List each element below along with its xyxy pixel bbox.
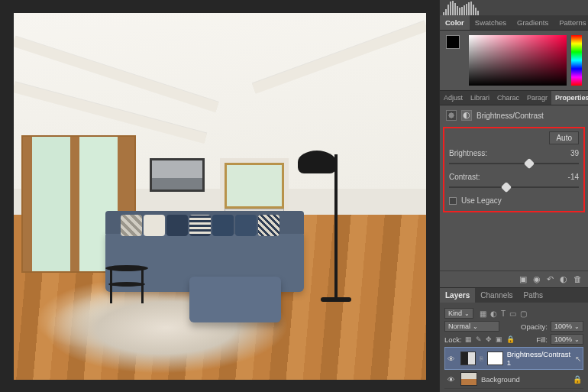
lock-icon: 🔒 (573, 375, 582, 384)
tab-paths[interactable]: Paths (519, 288, 549, 303)
brightness-contrast-controls: Auto Brightness: 39 Contrast: -14 Use Le… (443, 127, 585, 212)
filter-type-icon[interactable]: T (501, 309, 506, 318)
canvas-area[interactable] (0, 0, 439, 392)
color-tabs: Color Swatches Gradients Patterns (440, 15, 588, 31)
filter-adjustment-icon[interactable]: ◐ (490, 309, 497, 318)
color-field[interactable] (469, 35, 567, 86)
layer-item-background[interactable]: 👁 Background 🔒 (444, 370, 583, 389)
filter-pixel-icon[interactable]: ▦ (480, 309, 486, 318)
link-mask-icon[interactable]: ⎘ (480, 355, 483, 362)
mask-thumb-icon[interactable] (487, 352, 502, 365)
auto-button[interactable]: Auto (549, 131, 579, 144)
layer-name[interactable]: Brightness/Contrast 1 (507, 350, 571, 367)
tab-patterns[interactable]: Patterns (554, 15, 588, 30)
tab-character[interactable]: Charac (493, 91, 523, 105)
reset-icon[interactable]: ↶ (547, 274, 554, 284)
adjustment-thumb-icon (460, 352, 476, 365)
blend-mode-select[interactable]: Normal (444, 321, 499, 332)
hue-slider[interactable] (571, 35, 582, 86)
brightness-label: Brightness: (449, 149, 487, 157)
brightness-slider[interactable] (449, 159, 579, 168)
tab-gradients[interactable]: Gradients (512, 15, 554, 30)
adjustment-name: Brightness/Contrast (477, 112, 544, 120)
lock-pixels-icon[interactable]: ✎ (476, 335, 482, 343)
tab-libraries[interactable]: Librari (467, 91, 493, 105)
cursor-icon: ↖ (575, 355, 581, 363)
tab-paragraph[interactable]: Paragr (523, 91, 551, 105)
right-panel: Color Swatches Gradients Patterns Adjust… (439, 0, 588, 392)
clip-icon[interactable]: ▣ (519, 274, 527, 284)
properties-tabs: Adjust Librari Charac Paragr Properties (440, 90, 588, 105)
contrast-slider[interactable] (449, 183, 579, 192)
visibility-icon[interactable]: ◐ (560, 274, 567, 284)
document-photo[interactable] (14, 13, 426, 380)
layers-panel-body: Kind ▦ ◐ T ▭ ▢ Normal Opacity: 100% Lock… (440, 303, 588, 392)
filter-smart-icon[interactable]: ▢ (520, 309, 527, 318)
fill-label: Fill: (536, 335, 548, 344)
layer-filter-kind[interactable]: Kind (444, 308, 473, 319)
layer-thumb-icon (460, 372, 477, 386)
color-picker-section (440, 31, 588, 90)
lock-label: Lock: (444, 335, 462, 344)
layers-tabs: Layers Channels Paths (440, 287, 588, 303)
use-legacy-checkbox[interactable] (449, 197, 457, 205)
opacity-value[interactable]: 100% (551, 321, 583, 332)
contrast-value[interactable]: -14 (568, 173, 579, 181)
tab-adjustments[interactable]: Adjust (440, 91, 467, 105)
view-previous-icon[interactable]: ◉ (533, 274, 541, 284)
tab-swatches[interactable]: Swatches (470, 15, 512, 30)
brightness-contrast-icon (446, 110, 457, 121)
filter-shape-icon[interactable]: ▭ (509, 309, 516, 318)
delete-adjustment-icon[interactable]: 🗑 (573, 274, 582, 284)
layer-name[interactable]: Background (481, 375, 520, 384)
tab-properties[interactable]: Properties (551, 91, 588, 105)
contrast-label: Contrast: (449, 173, 480, 181)
foreground-swatch[interactable] (446, 35, 460, 49)
lock-transparency-icon[interactable]: ▦ (465, 335, 472, 343)
lock-all-icon[interactable]: 🔒 (506, 335, 515, 343)
tab-channels[interactable]: Channels (475, 288, 518, 303)
tab-color[interactable]: Color (440, 15, 470, 30)
use-legacy-label: Use Legacy (461, 196, 502, 205)
lock-artboard-icon[interactable]: ▣ (496, 335, 502, 343)
properties-header: Brightness/Contrast (440, 105, 588, 125)
adjustment-mask-icon (461, 110, 472, 121)
opacity-label: Opacity: (521, 322, 548, 331)
layer-item-adjustment[interactable]: 👁 ⎘ Brightness/Contrast 1 ↖ (444, 347, 583, 370)
histogram (440, 0, 588, 15)
lock-position-icon[interactable]: ✥ (486, 335, 492, 343)
visibility-toggle-icon[interactable]: 👁 (446, 375, 457, 384)
visibility-toggle-icon[interactable]: 👁 (447, 355, 457, 363)
fill-value[interactable]: 100% (551, 334, 583, 345)
brightness-value[interactable]: 39 (570, 149, 579, 157)
properties-footer-icons: ▣ ◉ ↶ ◐ 🗑 (440, 271, 588, 287)
tab-layers[interactable]: Layers (440, 288, 475, 303)
